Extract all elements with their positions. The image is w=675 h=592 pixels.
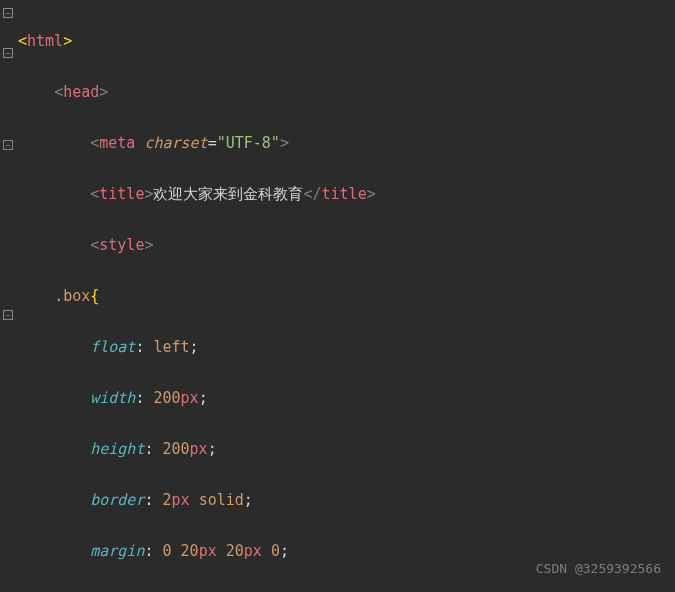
code-line: <title>欢迎大家来到金科教育</title> (18, 182, 515, 208)
watermark: CSDN @3259392566 (536, 558, 661, 580)
code-line: border: 2px solid; (18, 488, 515, 514)
code-line: <head> (18, 80, 515, 106)
gutter: − − − − (0, 0, 18, 592)
code-line: width: 200px; (18, 386, 515, 412)
fold-marker-icon[interactable]: − (3, 310, 13, 320)
code-line: float: left; (18, 335, 515, 361)
code-editor: − − − − <html> <head> <meta charset="UTF… (0, 0, 675, 592)
code-line: <html> (18, 29, 515, 55)
code-line: <meta charset="UTF-8"> (18, 131, 515, 157)
code-line: margin: 0 20px 20px 0; (18, 539, 515, 565)
code-line: .box{ (18, 284, 515, 310)
code-line: height: 200px; (18, 437, 515, 463)
code-area[interactable]: <html> <head> <meta charset="UTF-8"> <ti… (18, 0, 515, 592)
fold-marker-icon[interactable]: − (3, 8, 13, 18)
fold-marker-icon[interactable]: − (3, 48, 13, 58)
fold-marker-icon[interactable]: − (3, 140, 13, 150)
code-line: <style> (18, 233, 515, 259)
